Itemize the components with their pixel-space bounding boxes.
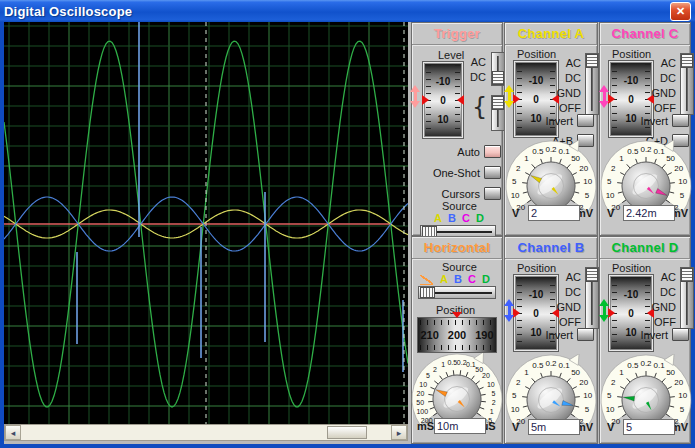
horizontal-knob-scale-label: 5 — [426, 372, 430, 379]
ramp-icon — [420, 275, 433, 285]
trigger-coupling-switch[interactable] — [491, 52, 505, 86]
channel_a-knob-scale-label: 0.2 — [545, 145, 557, 154]
scope-svg — [4, 22, 408, 424]
channel_b-position-arrow-up — [504, 299, 514, 306]
channel_a-position-arrow-up — [504, 85, 514, 92]
trigger-level-arrow — [410, 85, 420, 108]
channel_c-position-arrow-up — [599, 85, 609, 92]
horizontal-panel: Horizontal SourceABCDPosition21020019020… — [411, 236, 503, 444]
trigger-level-gauge[interactable]: -10010 — [422, 61, 464, 139]
horizontal-knob-scale-label: 2 — [433, 366, 437, 373]
channel_c-knob-scale-label: 10 — [606, 191, 615, 200]
channel_d-coupling-ac: AC — [642, 271, 676, 283]
channel_c-position-arrow-down — [599, 101, 609, 108]
channel-a-panel-header: Channel A — [505, 23, 597, 45]
horizontal-knob-scale-label: 50 — [416, 399, 424, 406]
channel_a-knob-scale-label: 20 — [579, 164, 588, 173]
scrollbar-left-button[interactable]: ◂ — [5, 425, 21, 440]
channel_c-unit-left: V — [607, 207, 614, 219]
trigger-auto-button[interactable] — [484, 145, 501, 158]
scrollbar-right-button[interactable]: ▸ — [391, 425, 407, 440]
channel-c-panel-header: Channel C — [600, 23, 690, 45]
horizontal-position-marker-top — [452, 312, 462, 318]
horizontal-position-gauge[interactable]: 210200190 — [417, 317, 497, 353]
trigger-edge-switch-handle[interactable] — [492, 96, 504, 110]
channel_d-coupling-switch[interactable] — [680, 267, 694, 329]
channel_c-invert-button[interactable] — [672, 114, 689, 127]
channel_b-coupling-gnd: GND — [547, 301, 581, 313]
trigger-coupling-switch-handle[interactable] — [492, 71, 504, 85]
trigger-source-label: Source — [442, 200, 477, 212]
channel_c-knob-scale-label: 1 — [619, 154, 624, 163]
channel-b-panel: Channel B Position-10010ACDCGNDOFFInvert… — [504, 236, 598, 444]
channel_c-coupling-switch-handle[interactable] — [681, 54, 693, 68]
channel_d-value-input[interactable] — [623, 419, 675, 435]
trigger-level-gauge-label: -10 — [423, 76, 463, 87]
trigger-one-shot-button[interactable] — [484, 166, 501, 179]
channel_b-knob-scale-label: 10 — [583, 391, 592, 400]
channel-a-panel-title: Channel A — [518, 26, 585, 41]
channel_d-position-gauge-left-marker — [608, 308, 615, 318]
channel_c-knob-scale-label: 2 — [611, 164, 616, 173]
channel_d-coupling-switch-handle[interactable] — [681, 268, 693, 282]
channel_d-knob-scale-label: 5 — [607, 391, 612, 400]
trigger-source-c: C — [462, 212, 470, 224]
channel_d-knob-scale-label: 1 — [619, 368, 624, 377]
channel_c-value-input[interactable] — [623, 205, 675, 221]
channel_a-coupling-switch-handle[interactable] — [586, 54, 598, 68]
channel_b-value-input[interactable] — [528, 419, 580, 435]
channel_a-unit-left: V — [512, 207, 519, 219]
horizontal-knob-scale-label: 10 — [487, 381, 495, 388]
channel-c-panel-title: Channel C — [612, 26, 679, 41]
trigger-level-arrow-up — [410, 85, 420, 92]
channel_a-coupling-switch[interactable] — [585, 53, 599, 115]
channel_a-coupling-off: OFF — [547, 102, 581, 114]
horizontal-value-input[interactable] — [434, 418, 486, 434]
channel_b-position-arrow — [504, 299, 514, 322]
horizontal-source-slider[interactable] — [418, 286, 496, 299]
trigger-coupling-ac: AC — [462, 56, 486, 68]
channel_a-value-input[interactable] — [528, 205, 580, 221]
channel_a-knob-scale-label: 0.5 — [532, 147, 544, 156]
channel_b-coupling-ac: AC — [547, 271, 581, 283]
horizontal-knob-scale-label: 2 — [492, 399, 496, 406]
close-button[interactable]: ✕ — [670, 2, 691, 21]
trigger-level-label: Level — [438, 49, 464, 61]
horizontal-knob-scale-label: 5 — [492, 390, 496, 397]
channel_d-invert-button[interactable] — [672, 328, 689, 341]
trigger-level-gauge-right-marker — [457, 95, 464, 105]
window-content: ◂ ▸ Trigger Level-10010ACDC{AutoOne-Shot… — [4, 22, 691, 444]
channel_d-knob-scale-label: 10 — [606, 405, 615, 414]
channel_a-knob-scale-label: 10 — [583, 177, 592, 186]
channel_a-invert-button[interactable] — [577, 114, 594, 127]
horizontal-knob-scale-label: 1 — [490, 408, 494, 415]
channel_a-knob-scale-label: 10 — [511, 191, 520, 200]
channel_c-knob-scale-label: 10 — [678, 177, 687, 186]
channel_c-invert-label: Invert — [624, 115, 668, 127]
scope-scrollbar[interactable]: ◂ ▸ — [4, 424, 408, 441]
horizontal-source-slider-handle[interactable] — [420, 287, 435, 298]
channel-a-panel: Channel A Position-10010ACDCGNDOFFInvert… — [504, 22, 598, 236]
trigger-cursors-button[interactable] — [484, 187, 501, 200]
trigger-edge-switch[interactable] — [491, 95, 505, 131]
channel_d-unit-left: V — [607, 421, 614, 433]
channel_c-coupling-switch[interactable] — [680, 53, 694, 115]
channel_c-knob-scale-label: 0.2 — [640, 145, 652, 154]
channel_a-invert-label: Invert — [529, 115, 573, 127]
window-titlebar[interactable]: Digital Oscilloscope ✕ — [0, 0, 695, 22]
window-title: Digital Oscilloscope — [4, 4, 132, 19]
channel_b-knob-scale-label: 20 — [579, 378, 588, 387]
channel_d-knob-scale-label: 0.5 — [627, 361, 639, 370]
channel-c-panel: Channel C Position-10010ACDCGNDOFFInvert… — [599, 22, 691, 236]
channel-b-panel-header: Channel B — [505, 237, 597, 259]
channel_c-knob-scale-label: 0.1 — [654, 147, 666, 156]
scrollbar-thumb[interactable] — [327, 426, 367, 439]
channel_b-coupling-switch[interactable] — [585, 267, 599, 329]
channel_b-invert-button[interactable] — [577, 328, 594, 341]
horizontal-knob-scale-label: 20 — [417, 390, 425, 397]
channel_d-coupling-off: OFF — [642, 316, 676, 328]
channel_d-knob-scale-label: 50 — [666, 368, 675, 377]
channel_b-coupling-switch-handle[interactable] — [586, 268, 598, 282]
channel_b-knob-scale-label: 5 — [585, 405, 590, 414]
channel_b-coupling-off: OFF — [547, 316, 581, 328]
